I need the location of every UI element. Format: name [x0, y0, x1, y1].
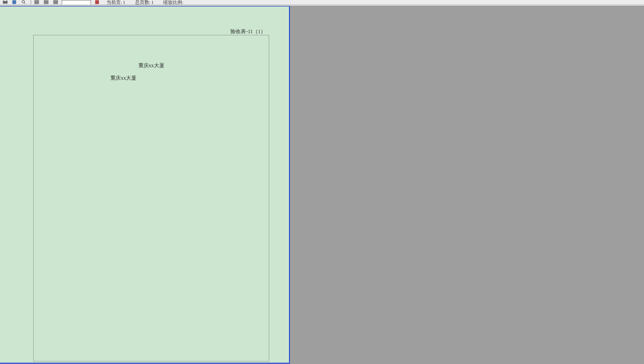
svg-line-4: [24, 3, 25, 4]
page-header-label: 验收表-11（1）: [230, 28, 266, 35]
current-page-value: 1: [123, 0, 126, 4]
toolbar: 当前页: 1 总页数: 1 缩放比例:: [0, 0, 644, 5]
preview-workspace: 验收表-11（1） 重庆xx大厦 重庆xx大厦: [0, 5, 644, 364]
svg-rect-7: [53, 0, 58, 4]
toolbar-separator: [31, 0, 31, 4]
current-page-label: 当前页:: [107, 0, 122, 4]
zoom-ratio-label: 缩放比例:: [163, 0, 183, 4]
svg-rect-6: [44, 0, 48, 4]
svg-rect-8: [95, 0, 99, 4]
svg-rect-2: [13, 0, 16, 4]
document-title: 重庆xx大厦: [34, 62, 269, 69]
search-icon[interactable]: [20, 0, 28, 4]
page-preview[interactable]: 验收表-11（1） 重庆xx大厦 重庆xx大厦: [0, 6, 290, 364]
prev-page-icon[interactable]: [42, 0, 50, 4]
total-pages-value: 1: [151, 0, 154, 4]
zoom-input[interactable]: [62, 0, 91, 5]
first-page-icon[interactable]: [32, 0, 41, 4]
print-icon[interactable]: [1, 0, 9, 4]
close-preview-icon[interactable]: [93, 0, 101, 4]
content-frame: 重庆xx大厦 重庆xx大厦: [33, 35, 269, 361]
next-page-icon[interactable]: [51, 0, 60, 4]
document-subtitle: 重庆xx大厦: [110, 75, 136, 82]
svg-rect-1: [4, 0, 6, 1]
svg-rect-5: [35, 0, 39, 4]
export-icon[interactable]: [10, 0, 19, 4]
total-pages-label: 总页数:: [135, 0, 151, 4]
